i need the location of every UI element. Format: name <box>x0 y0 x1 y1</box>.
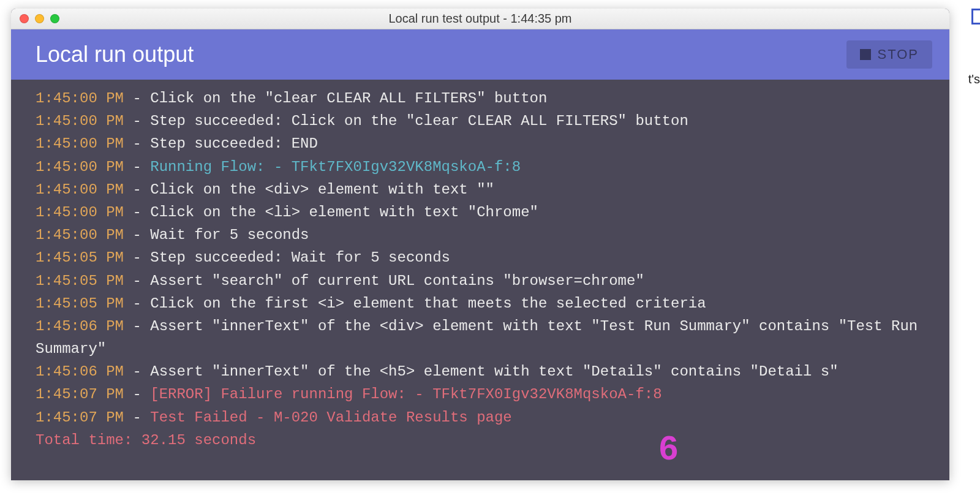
log-message: Test Failed - M-020 Validate Results pag… <box>150 409 512 426</box>
log-line: 1:45:05 PM - Step succeeded: Wait for 5 … <box>36 246 925 269</box>
log-timestamp: 1:45:00 PM <box>36 227 124 243</box>
log-message: Step succeeded: END <box>150 135 318 152</box>
background-fragment-text: t's <box>968 72 980 86</box>
log-line: 1:45:00 PM - Running Flow: - TFkt7FX0Igv… <box>36 156 925 178</box>
log-timestamp: 1:45:00 PM <box>36 159 124 175</box>
log-timestamp: 1:45:06 PM <box>36 363 124 380</box>
page-title: Local run output <box>36 42 194 67</box>
log-line: 1:45:00 PM - Step succeeded: Click on th… <box>36 110 925 132</box>
log-message: [ERROR] Failure running Flow: - TFkt7FX0… <box>150 386 662 402</box>
log-message: Assert "innerText" of the <div> element … <box>36 318 927 357</box>
log-message: Step succeeded: Wait for 5 seconds <box>150 249 450 266</box>
window-title: Local run test output - 1:44:35 pm <box>11 12 949 26</box>
log-timestamp: 1:45:00 PM <box>36 204 124 221</box>
log-line: 1:45:00 PM - Click on the <div> element … <box>36 178 925 201</box>
stop-label: STOP <box>877 47 919 62</box>
log-line: 1:45:06 PM - Assert "innerText" of the <… <box>36 360 925 383</box>
log-line: 1:45:00 PM - Wait for 5 seconds <box>36 224 925 246</box>
log-line: 1:45:05 PM - Assert "search" of current … <box>36 270 925 292</box>
log-line: 1:45:00 PM - Click on the "clear CLEAR A… <box>36 87 925 110</box>
log-timestamp: 1:45:06 PM <box>36 318 124 334</box>
log-timestamp: 1:45:05 PM <box>36 249 124 266</box>
log-timestamp: 1:45:00 PM <box>36 181 124 198</box>
log-timestamp: 1:45:00 PM <box>36 135 124 152</box>
titlebar: Local run test output - 1:44:35 pm <box>11 9 949 29</box>
log-message: Running Flow: - TFkt7FX0Igv32VK8MqskoA-f… <box>150 159 521 175</box>
log-timestamp: 1:45:05 PM <box>36 273 124 289</box>
stop-button[interactable]: STOP <box>846 40 932 69</box>
log-timestamp: 1:45:07 PM <box>36 409 124 426</box>
console-output: 1:45:00 PM - Click on the "clear CLEAR A… <box>11 80 949 480</box>
log-message: Assert "search" of current URL contains … <box>150 273 644 289</box>
background-fragment-box <box>971 9 980 25</box>
log-line: 1:45:00 PM - Click on the <li> element w… <box>36 201 925 224</box>
log-message: Wait for 5 seconds <box>150 227 309 243</box>
log-message: Assert "innerText" of the <h5> element w… <box>150 363 838 380</box>
stop-icon <box>860 49 871 60</box>
app-window: Local run test output - 1:44:35 pm Local… <box>11 9 949 480</box>
log-line: 1:45:07 PM - Test Failed - M-020 Validat… <box>36 406 925 429</box>
log-message: Click on the <li> element with text "Chr… <box>150 204 538 221</box>
log-timestamp: 1:45:00 PM <box>36 113 124 129</box>
log-line: 1:45:00 PM - Step succeeded: END <box>36 132 925 155</box>
log-timestamp: 1:45:00 PM <box>36 90 124 107</box>
log-message: Click on the first <i> element that meet… <box>150 295 706 312</box>
log-line: 1:45:05 PM - Click on the first <i> elem… <box>36 292 925 315</box>
log-message: Click on the "clear CLEAR ALL FILTERS" b… <box>150 90 547 107</box>
log-footer: Total time: 32.15 seconds <box>36 429 925 452</box>
log-message: Click on the <div> element with text "" <box>150 181 494 198</box>
log-message: Step succeeded: Click on the "clear CLEA… <box>150 113 688 129</box>
log-timestamp: 1:45:07 PM <box>36 386 124 402</box>
annotation-badge: 6 <box>659 428 678 467</box>
log-line: 1:45:07 PM - [ERROR] Failure running Flo… <box>36 383 925 406</box>
log-timestamp: 1:45:05 PM <box>36 295 124 312</box>
log-line: 1:45:06 PM - Assert "innerText" of the <… <box>36 315 925 360</box>
header-bar: Local run output STOP <box>11 29 949 80</box>
